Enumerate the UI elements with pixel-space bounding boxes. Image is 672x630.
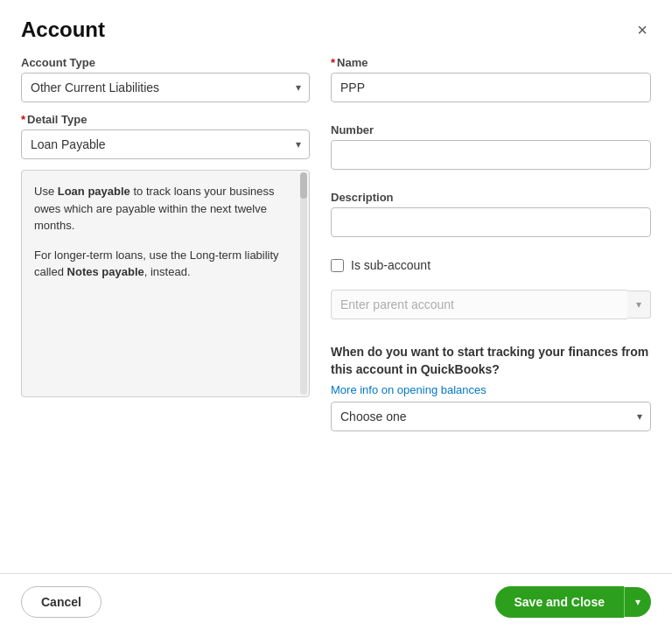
dialog-title: Account [21, 18, 105, 42]
detail-type-label: *Detail Type [21, 113, 310, 126]
more-info-link[interactable]: More info on opening balances [331, 383, 486, 396]
save-dropdown-button[interactable]: ▾ [624, 587, 651, 617]
parent-account-wrapper: ▾ [331, 290, 651, 319]
info-box: Use Loan payable to track loans your bus… [21, 170, 310, 397]
close-button[interactable]: × [634, 18, 651, 42]
description-group: Description [331, 191, 651, 237]
number-label: Number [331, 123, 651, 136]
tracking-label: When do you want to start tracking your … [331, 344, 651, 378]
name-input[interactable] [331, 73, 651, 102]
choose-one-select-wrapper: Choose one Today First day of this fisca… [331, 402, 651, 431]
left-column: Account Type Other Current Liabilities A… [21, 56, 310, 431]
sub-account-row: Is sub-account [331, 258, 651, 272]
sub-account-label[interactable]: Is sub-account [351, 258, 430, 272]
loan-payable-bold: Loan payable [58, 185, 130, 198]
detail-type-select-wrapper: Loan Payable Notes Payable Other Current… [21, 130, 310, 159]
description-label: Description [331, 191, 651, 204]
number-group: Number [331, 123, 651, 170]
info-box-scrollbar [300, 172, 307, 395]
name-group: *Name [331, 56, 651, 102]
save-and-close-button[interactable]: Save and Close [495, 586, 625, 618]
number-input[interactable] [331, 140, 651, 170]
info-box-scrollbar-thumb [300, 172, 307, 199]
name-label: *Name [331, 56, 651, 69]
parent-account-dropdown-button[interactable]: ▾ [627, 290, 651, 318]
tracking-section: When do you want to start tracking your … [331, 344, 651, 431]
cancel-button[interactable]: Cancel [21, 586, 102, 618]
info-paragraph-1: Use Loan payable to track loans your bus… [34, 183, 297, 234]
description-input[interactable] [331, 207, 651, 237]
dialog-body: Account Type Other Current Liabilities A… [0, 42, 672, 573]
choose-one-select[interactable]: Choose one Today First day of this fisca… [331, 402, 651, 431]
sub-account-checkbox[interactable] [331, 259, 344, 272]
account-dialog: Account × Account Type Other Current Lia… [0, 0, 672, 630]
dialog-header: Account × [0, 0, 672, 42]
save-button-group: Save and Close ▾ [495, 586, 652, 618]
parent-account-input[interactable] [331, 290, 627, 319]
account-type-label: Account Type [21, 56, 310, 69]
account-type-select-wrapper: Other Current Liabilities Accounts Payab… [21, 73, 310, 102]
detail-type-select[interactable]: Loan Payable Notes Payable Other Current… [21, 130, 310, 159]
right-column: *Name Number Description Is sub-account [331, 56, 651, 431]
form-layout: Account Type Other Current Liabilities A… [21, 56, 651, 431]
info-paragraph-2: For longer-term loans, use the Long-term… [34, 247, 297, 281]
account-type-group: Account Type Other Current Liabilities A… [21, 56, 310, 102]
detail-type-group: *Detail Type Loan Payable Notes Payable … [21, 113, 310, 159]
notes-payable-bold: Notes payable [67, 265, 144, 278]
dialog-footer: Cancel Save and Close ▾ [0, 573, 672, 630]
account-type-select[interactable]: Other Current Liabilities Accounts Payab… [21, 73, 310, 102]
